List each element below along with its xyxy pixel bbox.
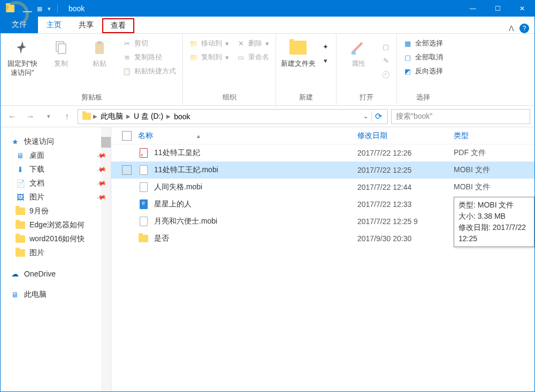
forward-button[interactable]: → xyxy=(23,109,38,124)
sidebar-onedrive[interactable]: ☁OneDrive xyxy=(1,267,111,280)
breadcrumb-thispc[interactable]: 此电脑 xyxy=(97,112,126,121)
file-type: MOBI 文件 xyxy=(454,165,490,175)
close-button[interactable]: ✕ xyxy=(510,1,534,17)
chevron-icon[interactable]: ▶ xyxy=(93,113,97,119)
selectall-icon: ▦ xyxy=(403,39,412,48)
group-label: 新建 xyxy=(299,90,313,105)
qat-props-icon[interactable]: ▁▁ xyxy=(23,5,32,12)
file-explorer-window: ▁▁ ▦ ▾ book — ☐ ✕ 文件 主页 共享 查看 ᐱ ? 固定到"快速… xyxy=(0,0,535,392)
file-date: 2017/7/22 12:26 xyxy=(357,149,454,157)
sidebar-word[interactable]: word2016如何快 xyxy=(1,232,111,246)
tab-file[interactable]: 文件 xyxy=(1,16,38,33)
file-tooltip: 类型: MOBI 文件 大小: 3.38 MB 修改日期: 2017/7/22 … xyxy=(454,197,534,247)
new-folder-button[interactable]: 新建文件夹 xyxy=(280,37,316,68)
copypath-button[interactable]: ≋复制路径 xyxy=(120,51,178,64)
properties-button[interactable]: 属性 xyxy=(341,37,376,68)
breadcrumb-drive[interactable]: U 盘 (D:) xyxy=(131,112,166,121)
address-dropdown-icon[interactable]: ⌄ xyxy=(363,113,368,120)
maximize-button[interactable]: ☐ xyxy=(485,1,510,17)
file-icon xyxy=(140,165,148,175)
folder-icon xyxy=(16,249,25,257)
file-date: 2017/9/30 20:30 xyxy=(357,234,454,243)
folder-icon xyxy=(82,113,91,120)
collapse-ribbon-icon[interactable]: ᐱ xyxy=(509,24,514,33)
folder-icon xyxy=(16,207,25,216)
tab-view[interactable]: 查看 xyxy=(102,18,134,33)
rename-button[interactable]: ▭重命名 xyxy=(234,51,271,64)
copypath-icon: ≋ xyxy=(123,53,131,62)
copy-icon xyxy=(51,38,71,57)
select-none-button[interactable]: ▢全部取消 xyxy=(401,51,445,64)
qat-new-icon[interactable]: ▦ xyxy=(37,5,42,12)
sidebar-pictures[interactable]: 🖼图片📌 xyxy=(1,190,111,204)
onedrive-icon: ☁ xyxy=(10,270,20,278)
easy-access-button[interactable]: ▾ xyxy=(319,54,332,67)
address-bar[interactable]: ▶ 此电脑 ▶ U 盘 (D:) ▶ book ⌄ ⟳ xyxy=(78,109,388,124)
up-button[interactable]: ↑ xyxy=(59,109,74,124)
window-controls: — ☐ ✕ xyxy=(461,1,534,17)
sidebar-downloads[interactable]: ⬇下载📌 xyxy=(1,163,111,176)
back-button[interactable]: ← xyxy=(5,109,20,124)
svg-rect-3 xyxy=(97,41,102,44)
separator xyxy=(57,4,58,13)
qat-dropdown-icon[interactable]: ▾ xyxy=(48,5,51,12)
sidebar-sept[interactable]: 9月份 xyxy=(1,204,111,218)
chevron-icon[interactable]: ▶ xyxy=(126,113,131,119)
history-button[interactable]: 🕘 xyxy=(379,68,392,81)
column-name[interactable]: 名称▲ xyxy=(138,131,357,141)
column-type[interactable]: 类型 xyxy=(454,131,469,141)
copyto-icon: 📁 xyxy=(189,53,198,62)
properties-icon xyxy=(349,38,368,57)
moveto-icon: 📁 xyxy=(189,39,198,48)
search-input[interactable]: 搜索"book" xyxy=(391,109,530,124)
file-name: 月亮和六便士.mobi xyxy=(154,217,217,226)
sidebar-thispc[interactable]: 🖥此电脑 xyxy=(1,288,111,302)
sidebar-edge[interactable]: Edge浏览器如何 xyxy=(1,218,111,232)
moveto-button[interactable]: 📁移动到 ▾ xyxy=(187,37,231,50)
file-date: 2017/7/22 12:44 xyxy=(357,183,454,191)
open-button[interactable]: ▢ xyxy=(379,40,392,53)
column-modified[interactable]: 修改日期 xyxy=(357,131,454,141)
paste-shortcut-button[interactable]: 📋粘贴快捷方式 xyxy=(120,65,178,78)
svg-rect-1 xyxy=(58,44,66,53)
copy-button[interactable]: 复制 xyxy=(43,37,79,68)
file-row[interactable]: 11处特工王妃.mobi2017/7/22 12:25MOBI 文件 xyxy=(111,162,534,179)
cut-button[interactable]: ✂剪切 xyxy=(120,37,178,50)
recent-dropdown[interactable]: ▾ xyxy=(41,109,56,124)
ribbon-group-select: ▦全部选择 ▢全部取消 ◩反向选择 选择 xyxy=(397,34,449,105)
select-all-checkbox[interactable] xyxy=(122,131,132,141)
breadcrumb-folder[interactable]: book xyxy=(171,112,193,121)
group-label: 打开 xyxy=(360,90,373,105)
invert-selection-button[interactable]: ◩反向选择 xyxy=(401,65,445,78)
copyto-button[interactable]: 📁复制到 ▾ xyxy=(187,51,231,64)
open-icon: ▢ xyxy=(381,42,390,51)
delete-button[interactable]: ✕删除 ▾ xyxy=(234,37,271,50)
edit-button[interactable]: ✎ xyxy=(379,54,392,67)
row-checkbox[interactable] xyxy=(122,165,132,175)
sidebar-pictures2[interactable]: 图片 xyxy=(1,246,111,260)
file-row[interactable]: 人间失格.mobi2017/7/22 12:44MOBI 文件 xyxy=(111,179,534,196)
sidebar-quick-access[interactable]: ★快速访问 xyxy=(1,135,111,149)
tab-share[interactable]: 共享 xyxy=(70,17,102,33)
file-name: 人间失格.mobi xyxy=(154,182,202,192)
chevron-icon[interactable]: ▶ xyxy=(166,113,171,119)
folder-icon xyxy=(6,5,14,12)
refresh-button[interactable]: ⟳ xyxy=(371,111,385,121)
sidebar-desktop[interactable]: 🖥桌面📌 xyxy=(1,149,111,163)
ribbon-group-open: 属性 ▢ ✎ 🕘 打开 xyxy=(337,34,397,105)
shortcut-icon: 📋 xyxy=(123,67,131,75)
documents-icon: 📄 xyxy=(16,179,25,188)
easyaccess-icon: ▾ xyxy=(321,56,330,65)
sidebar-documents[interactable]: 📄文档📌 xyxy=(1,176,111,190)
new-folder-icon xyxy=(288,38,308,57)
sort-asc-icon: ▲ xyxy=(196,133,201,139)
column-headers: 名称▲ 修改日期 类型 xyxy=(111,127,534,144)
help-icon[interactable]: ? xyxy=(519,24,529,33)
select-all-button[interactable]: ▦全部选择 xyxy=(401,37,445,50)
file-row[interactable]: e11处特工皇妃2017/7/22 12:26PDF 文件 xyxy=(111,144,534,162)
tab-home[interactable]: 主页 xyxy=(38,17,70,33)
paste-button[interactable]: 粘贴 xyxy=(82,37,117,68)
minimize-button[interactable]: — xyxy=(461,1,485,17)
pin-quickaccess-button[interactable]: 固定到"快速访问" xyxy=(5,37,40,78)
new-item-button[interactable]: ✦ xyxy=(319,40,332,53)
